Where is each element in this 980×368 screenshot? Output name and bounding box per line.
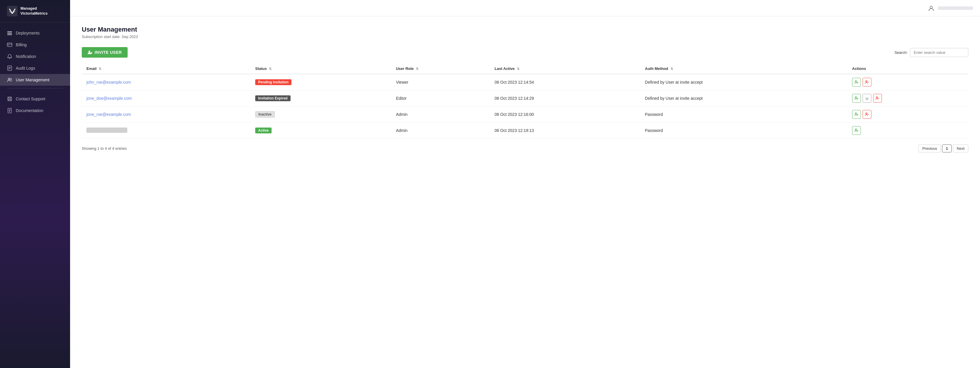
sidebar-item-contact-support[interactable]: Contact Support (0, 93, 70, 105)
current-page-button[interactable]: 1 (942, 144, 952, 152)
table-row: jone_doe@example.com Invitation Expired … (82, 90, 968, 107)
status-sort-icon: ⇅ (269, 67, 272, 70)
svg-point-27 (855, 81, 857, 82)
resend-button[interactable] (862, 94, 871, 103)
reinvite-button[interactable] (852, 126, 861, 135)
sidebar-item-deployments[interactable]: Deployments (0, 27, 70, 39)
cell-last-active: 06 Oct 2023 12:16:00 (490, 107, 640, 123)
sidebar-item-documentation[interactable]: Documentation (0, 105, 70, 117)
cell-role: Editor (391, 90, 490, 107)
topbar-user-button[interactable] (938, 6, 973, 10)
svg-rect-3 (7, 34, 12, 35)
col-status[interactable]: Status ⇅ (251, 64, 391, 74)
reinvite-button[interactable] (852, 94, 861, 103)
svg-point-12 (11, 78, 12, 80)
cell-last-active: 06 Oct 2023 12:19:13 (490, 123, 640, 139)
svg-point-14 (9, 98, 11, 100)
sidebar-bottom: Contact Support Documentation (0, 91, 70, 123)
sidebar-item-notification[interactable]: Notification (0, 51, 70, 62)
email-link[interactable]: jone_doe@example.com (86, 96, 132, 101)
sidebar-item-user-management-label: User Management (16, 77, 49, 82)
previous-page-button[interactable]: Previous (918, 144, 941, 152)
app-name-line1: Managed (21, 6, 48, 11)
reinvite-button[interactable] (852, 110, 861, 119)
table-header-row: Email ⇅ Status ⇅ User Role ⇅ Last Acti (82, 64, 968, 74)
col-actions: Actions (848, 64, 968, 74)
email-link[interactable]: john_roe@example.com (86, 80, 131, 85)
cell-status: Pending Invitation (251, 74, 391, 90)
next-page-button[interactable]: Next (953, 144, 968, 152)
svg-point-36 (855, 129, 857, 130)
svg-point-31 (877, 97, 878, 98)
cell-actions (848, 90, 968, 107)
logo-icon (7, 6, 18, 16)
resend-icon (865, 96, 869, 100)
cell-email: john_roe@example.com (82, 74, 251, 90)
role-sort-icon: ⇅ (416, 67, 418, 70)
cell-email: jone_roe@example.com (82, 107, 251, 123)
remove-icon (865, 112, 869, 117)
cell-last-active: 06 Oct 2023 12:14:54 (490, 74, 640, 90)
topbar-right (928, 5, 973, 11)
search-label: Search: (894, 50, 908, 55)
last-active-sort-icon: ⇅ (517, 67, 520, 70)
sidebar-item-billing[interactable]: Billing (0, 39, 70, 51)
cell-role: Admin (391, 123, 490, 139)
svg-rect-4 (7, 43, 12, 46)
remove-button[interactable] (862, 110, 871, 119)
cell-last-active: 06 Oct 2023 12:14:29 (490, 90, 640, 107)
sidebar-item-documentation-label: Documentation (16, 108, 43, 113)
cell-role: Admin (391, 107, 490, 123)
svg-rect-0 (7, 6, 18, 16)
cell-status: Inactive (251, 107, 391, 123)
remove-button[interactable] (862, 78, 871, 86)
auth-method-sort-icon: ⇅ (670, 67, 673, 70)
remove-icon (875, 96, 880, 100)
toolbar: INVITE USER Search: (82, 47, 968, 58)
svg-point-24 (89, 51, 90, 52)
cell-role: Viewer (391, 74, 490, 90)
sidebar-item-user-management[interactable]: User Management (0, 74, 70, 86)
actions-cell (852, 126, 964, 135)
topbar (70, 0, 980, 16)
status-badge: Inactive (255, 111, 275, 118)
deployments-icon (7, 30, 12, 36)
col-email[interactable]: Email ⇅ (82, 64, 251, 74)
sidebar-item-deployments-label: Deployments (16, 31, 40, 35)
search-input[interactable] (910, 48, 968, 57)
svg-point-11 (8, 78, 10, 80)
add-user-icon (88, 50, 92, 55)
cell-auth-method: Password (640, 123, 848, 139)
cell-status: Active (251, 123, 391, 139)
sidebar-item-audit-logs[interactable]: Audit Logs (0, 62, 70, 74)
actions-cell (852, 78, 964, 86)
svg-point-33 (855, 113, 857, 114)
users-table-wrapper: Email ⇅ Status ⇅ User Role ⇅ Last Acti (82, 64, 968, 139)
sidebar-item-audit-logs-label: Audit Logs (16, 66, 35, 70)
main-area: User Management Subscription start date:… (70, 0, 980, 368)
col-last-active[interactable]: Last Active ⇅ (490, 64, 640, 74)
status-badge: Active (255, 128, 272, 133)
masked-email (86, 128, 127, 133)
cell-auth-method: Defined by User at invite accept (640, 90, 848, 107)
invite-user-label: INVITE USER (95, 50, 122, 55)
cell-auth-method: Defined by User at invite accept (640, 74, 848, 90)
remove-button[interactable] (873, 94, 882, 103)
docs-icon (7, 108, 12, 113)
col-role[interactable]: User Role ⇅ (391, 64, 490, 74)
actions-cell (852, 110, 964, 119)
col-auth-method[interactable]: Auth Method ⇅ (640, 64, 848, 74)
svg-point-30 (855, 97, 857, 98)
main-content: User Management Subscription start date:… (70, 16, 980, 368)
reinvite-icon (854, 96, 859, 100)
reinvite-button[interactable] (852, 78, 861, 86)
svg-point-34 (866, 113, 867, 114)
table-row: Active Admin 06 Oct 2023 12:19:13 Passwo… (82, 123, 968, 139)
email-link[interactable]: jone_roe@example.com (86, 112, 131, 117)
audit-icon (7, 66, 12, 71)
search-area: Search: (894, 48, 968, 57)
sidebar-nav: Deployments Billing Notification (0, 22, 70, 368)
table-footer: Showing 1 to 4 of 4 entries Previous 1 N… (82, 144, 968, 152)
table-body: john_roe@example.com Pending Invitation … (82, 74, 968, 139)
invite-user-button[interactable]: INVITE USER (82, 47, 127, 58)
